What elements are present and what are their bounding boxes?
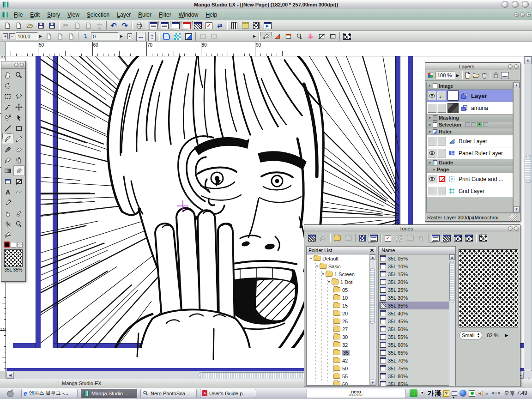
layer-group-page[interactable]: ▼Page	[427, 166, 513, 173]
open-button[interactable]	[24, 21, 35, 30]
toggle-history-palette-button[interactable]: ⇄	[214, 21, 225, 30]
ime-hanja-indicator[interactable]: 漢	[435, 389, 441, 398]
expand-icon[interactable]: ▼	[327, 280, 331, 284]
flip-horizontal-button[interactable]: ↔	[135, 32, 146, 41]
object-selector-tool[interactable]	[2, 112, 13, 123]
save-all-button[interactable]	[46, 21, 57, 30]
select-tool[interactable]	[13, 112, 24, 123]
fit-page-button[interactable]	[43, 32, 54, 41]
save-button[interactable]	[35, 21, 46, 30]
rotate-icon-button[interactable]: ⤵	[80, 32, 91, 41]
ruler-solid-button[interactable]	[283, 32, 294, 41]
eyedropper-tool[interactable]	[2, 197, 13, 208]
toolbox-close-button[interactable]	[20, 63, 24, 67]
toolbar-menu-button[interactable]	[341, 32, 352, 41]
toggle-properties-palette-button[interactable]: ✓	[203, 21, 214, 30]
name-column-header[interactable]: Name	[381, 248, 455, 253]
expand-icon[interactable]: ▼	[315, 265, 319, 268]
dot-button[interactable]: ▪	[124, 32, 135, 41]
ink-white-swatch[interactable]	[11, 242, 16, 248]
menu-layer[interactable]: Layer	[113, 10, 134, 19]
visibility-toggle[interactable]	[428, 187, 436, 195]
snap-ruler-button[interactable]	[183, 32, 194, 41]
folder-10[interactable]: 10	[307, 294, 376, 302]
rotate-value-field[interactable]: 0	[91, 32, 119, 40]
ruler-pen-button[interactable]	[260, 32, 272, 41]
layers-scroll-down[interactable]: ▼	[514, 206, 520, 212]
fill-tool[interactable]	[2, 155, 13, 165]
tone-row-35l-75-[interactable]: 35L 75%	[379, 364, 455, 372]
tones-minimize-button[interactable]	[508, 226, 513, 231]
edit-toggle[interactable]	[437, 137, 446, 145]
new-tone-folder-button[interactable]	[405, 234, 416, 243]
task-pdf[interactable]: AUser's Guide.p...	[200, 389, 256, 398]
magic-wand-tool[interactable]	[2, 102, 13, 112]
new-layer-button[interactable]	[464, 71, 472, 80]
ime-options-icon[interactable]: ▾	[452, 391, 457, 396]
folder-scroll-down[interactable]: ▼	[370, 380, 375, 385]
pencil-tool[interactable]	[13, 133, 24, 144]
current-tone-swatch[interactable]	[4, 249, 23, 267]
folder-move-button[interactable]	[343, 234, 354, 243]
layers-close-button[interactable]	[514, 64, 519, 69]
layer-row-amuna[interactable]: amuna	[427, 102, 513, 115]
panel-cutter-tool[interactable]	[13, 176, 24, 187]
layer-group-masking[interactable]: ▼Masking	[427, 115, 513, 121]
opacity-arrow-button[interactable]: ▶	[456, 73, 459, 78]
menu-filter[interactable]: Filter	[155, 10, 175, 19]
ruler-compass-button[interactable]	[294, 32, 305, 41]
tone-row-35l-50-[interactable]: 35L 50%	[379, 325, 455, 333]
folder-60[interactable]: 60	[307, 380, 376, 385]
expand-icon[interactable]: ▼	[428, 116, 431, 120]
layers-menu-button[interactable]	[501, 72, 509, 79]
print-button[interactable]	[133, 21, 145, 30]
list-view-button[interactable]	[368, 234, 379, 243]
pen-tool[interactable]	[2, 133, 13, 144]
toggle-tones-palette-button[interactable]	[192, 21, 203, 30]
menu-ruler[interactable]: Ruler	[134, 10, 155, 19]
hand-tool[interactable]	[2, 70, 13, 80]
tone-zoom-arrow[interactable]: ▶	[505, 333, 508, 338]
more-tools-button[interactable]: ▶	[252, 32, 257, 41]
nero-search-box[interactable]: nero @SEARCH	[307, 389, 406, 398]
folder-1-dot[interactable]: ▼1 Dot	[307, 278, 376, 286]
network-globe-icon[interactable]	[459, 390, 466, 397]
move-tool[interactable]	[13, 102, 24, 112]
text-tool[interactable]	[2, 187, 13, 197]
tones-scroll-thumb[interactable]	[449, 261, 454, 302]
toggle-panels-palette-button[interactable]	[181, 21, 192, 30]
folder-20[interactable]: 20	[307, 309, 376, 317]
flip-vertical-button[interactable]: ↕	[146, 32, 157, 41]
layers-minimize-button[interactable]	[508, 64, 513, 69]
selection-buttons[interactable]: +	[465, 122, 488, 127]
airbrush-tool[interactable]	[13, 155, 24, 165]
tone-row-35l-20-[interactable]: 35L 20%	[379, 278, 455, 286]
ruler-lines-button[interactable]	[305, 32, 316, 41]
edit-toggle[interactable]	[437, 149, 446, 157]
view-mode-1-button[interactable]	[430, 234, 441, 243]
dot-pen-tool[interactable]	[13, 208, 24, 218]
menu-selection[interactable]: Selection	[83, 10, 113, 19]
marquee-tool[interactable]	[2, 91, 13, 102]
visibility-toggle[interactable]	[428, 149, 436, 157]
pattern-brush-tool[interactable]	[13, 165, 24, 176]
actual-size-button[interactable]	[66, 32, 77, 41]
folder-32[interactable]: 32	[307, 341, 376, 349]
edit-toggle[interactable]	[437, 175, 446, 183]
layers-resize-grip[interactable]	[509, 214, 517, 221]
visibility-toggle[interactable]	[428, 91, 436, 100]
ime-help-icon[interactable]: ?	[443, 390, 449, 397]
gradient-tool[interactable]	[2, 165, 13, 176]
zoom-out-button[interactable]: −	[9, 32, 16, 41]
tone-row-35l-15-[interactable]: 35L 15%	[379, 270, 455, 278]
expand-icon[interactable]: ▼	[428, 161, 431, 164]
zoom-value-field[interactable]: 100,0	[16, 32, 38, 40]
layer-opacity-field[interactable]: 100 %	[435, 72, 455, 79]
folder-15[interactable]: 15	[307, 302, 376, 309]
task-mag[interactable]: Nero PhotoSna...	[140, 389, 197, 398]
tone-row-35l-65-[interactable]: 35L 65%	[379, 349, 455, 357]
vertical-scroll-thumb[interactable]	[525, 155, 531, 183]
doc-close-button[interactable]: ×	[526, 12, 531, 17]
expand-icon[interactable]: ▼	[432, 168, 435, 171]
expand-icon[interactable]: ▼	[428, 130, 431, 133]
